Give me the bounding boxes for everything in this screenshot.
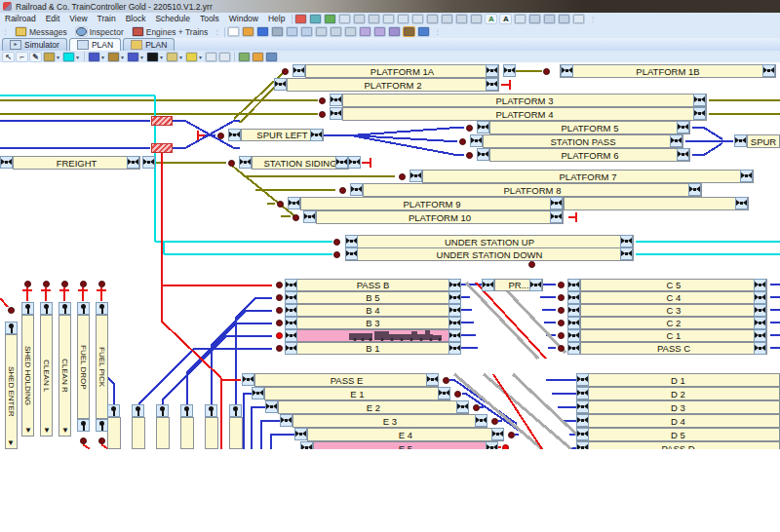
block-c5[interactable]: C 5	[580, 279, 767, 291]
block-e5[interactable]: E 5	[313, 441, 498, 449]
stop-marker-icon[interactable]	[567, 342, 580, 355]
customize-wrench-icon[interactable]	[403, 26, 415, 37]
select-cursor-icon[interactable]: ↖	[2, 52, 15, 62]
stop-marker-icon[interactable]	[477, 121, 489, 133]
signal-lamp-icon[interactable]	[80, 281, 87, 287]
messages-button[interactable]: Messages	[11, 26, 71, 37]
window-icon[interactable]	[382, 14, 395, 24]
stop-marker-icon[interactable]	[410, 170, 422, 182]
button-tool-icon[interactable]	[205, 52, 217, 62]
coupling-icon[interactable]	[426, 14, 439, 24]
signal-post-icon[interactable]	[5, 322, 18, 334]
signal-lamp-icon[interactable]	[276, 282, 283, 288]
block-c4[interactable]: C 4	[580, 291, 767, 304]
signal-lamp-red-icon[interactable]	[502, 444, 509, 449]
signal-post-icon[interactable]	[96, 419, 108, 432]
menu-railroad[interactable]: Railroad	[0, 13, 41, 25]
coupling-icon[interactable]	[441, 14, 453, 24]
signal-post-icon[interactable]	[77, 419, 90, 432]
brush-icon[interactable]	[43, 52, 56, 62]
stop-marker-icon[interactable]	[345, 235, 358, 247]
block-e4[interactable]: E 4	[307, 428, 504, 441]
block-stub3[interactable]	[156, 417, 170, 449]
signal-lamp-icon[interactable]	[543, 68, 550, 75]
stop-marker-icon[interactable]	[477, 148, 489, 161]
save-icon[interactable]	[256, 26, 269, 37]
stop-marker-icon[interactable]	[350, 183, 363, 196]
window-x-icon[interactable]	[514, 14, 526, 24]
signal-post-icon[interactable]	[132, 404, 144, 417]
block-clean-l[interactable]: CLEAN L	[40, 315, 53, 437]
signal-post-icon[interactable]	[229, 404, 242, 417]
block-d1[interactable]: D 1	[576, 373, 780, 387]
signal-post-icon[interactable]	[180, 404, 193, 417]
print-icon[interactable]	[271, 26, 284, 37]
block-c1[interactable]: C 1	[580, 329, 767, 342]
signal-post-icon[interactable]	[107, 404, 120, 417]
stop-marker-icon[interactable]	[491, 428, 504, 440]
signal-lamp-icon[interactable]	[282, 68, 289, 75]
stop-marker-icon[interactable]	[330, 107, 342, 120]
stop-marker-icon[interactable]	[475, 414, 488, 427]
block-shed-holding[interactable]: SHED HOLDING	[21, 315, 34, 437]
probe-icon[interactable]: ⌐	[16, 52, 28, 62]
signal-lamp-icon[interactable]	[339, 187, 346, 194]
stop-marker-icon[interactable]	[242, 373, 254, 386]
stop-marker-icon[interactable]	[274, 78, 287, 91]
toolbar-grip[interactable]: ⋮	[434, 28, 441, 36]
stop-marker-icon[interactable]	[576, 400, 589, 413]
block-e1[interactable]: E 1	[264, 387, 450, 400]
block-b3[interactable]: B 3	[285, 317, 461, 329]
block-stub2[interactable]	[132, 417, 145, 449]
button-tool-icon[interactable]	[218, 52, 231, 62]
stop-marker-icon[interactable]	[576, 414, 589, 427]
stop-marker-icon[interactable]	[265, 400, 278, 413]
switch-icon[interactable]	[470, 14, 483, 24]
block-spur-right[interactable]: SPUR	[747, 134, 780, 148]
block-fuel-pick[interactable]: FUEL PICK	[96, 315, 108, 419]
signal-lamp-icon[interactable]	[98, 437, 105, 444]
stop-marker-icon[interactable]	[550, 197, 563, 209]
dropdown-caret-icon[interactable]: ▾	[140, 54, 145, 60]
link-icon[interactable]	[543, 14, 556, 24]
stop-marker-icon[interactable]	[754, 329, 766, 342]
signal-lamp-icon[interactable]	[508, 432, 515, 438]
menu-edit[interactable]: Edit	[41, 13, 65, 25]
stop-marker-icon[interactable]	[0, 156, 13, 169]
signal-lamp-icon[interactable]	[558, 294, 565, 301]
tab-plan-2[interactable]: PLAN	[123, 38, 175, 51]
dropdown-caret-icon[interactable]: ▾	[57, 54, 61, 60]
stop-marker-icon[interactable]	[486, 64, 498, 77]
toolbar-grip[interactable]: ⋮	[589, 16, 596, 23]
stop-marker-icon[interactable]	[550, 210, 563, 223]
stop-marker-icon[interactable]	[677, 148, 689, 161]
signal-tool-icon[interactable]	[146, 52, 159, 62]
stop-marker-icon[interactable]	[448, 342, 461, 355]
block-p9[interactable]: PLATFORM 9	[300, 197, 564, 210]
stop-marker-icon[interactable]	[740, 170, 753, 182]
track-plan-canvas[interactable]: PLATFORM 1APLATFORM 1BPLATFORM 2PLATFORM…	[0, 62, 780, 449]
stop-marker-icon[interactable]	[448, 304, 461, 317]
block-clean-r[interactable]: CLEAN R	[58, 315, 71, 437]
signal-post-icon[interactable]	[40, 302, 53, 315]
block-under-up[interactable]: UNDER STATION UP	[345, 235, 634, 248]
stop-marker-icon[interactable]	[482, 279, 494, 291]
paste-icon[interactable]	[344, 26, 357, 37]
stop-marker-icon[interactable]	[567, 304, 580, 317]
signal-lamp-icon[interactable]	[454, 391, 461, 398]
signal-post-icon[interactable]	[21, 302, 34, 315]
stop-marker-icon[interactable]	[688, 183, 701, 196]
block-under-down[interactable]: UNDER STATION DOWN	[345, 247, 634, 261]
stop-marker-icon[interactable]	[503, 64, 516, 77]
block-p10[interactable]: PLATFORM 10	[316, 210, 564, 224]
signal-lamp-icon[interactable]	[558, 282, 565, 288]
train-icon[interactable]	[347, 330, 448, 341]
hourglass-icon[interactable]	[338, 14, 351, 24]
signal-lamp-icon[interactable]	[459, 138, 466, 145]
block-tool-icon[interactable]	[166, 52, 178, 62]
signal-lamp-icon[interactable]	[528, 261, 535, 268]
block-e2[interactable]: E 2	[278, 400, 469, 414]
toolbar-grip[interactable]: ⋮	[2, 28, 9, 36]
format-icon[interactable]	[373, 26, 386, 37]
lamp-tool-icon[interactable]	[185, 52, 198, 62]
